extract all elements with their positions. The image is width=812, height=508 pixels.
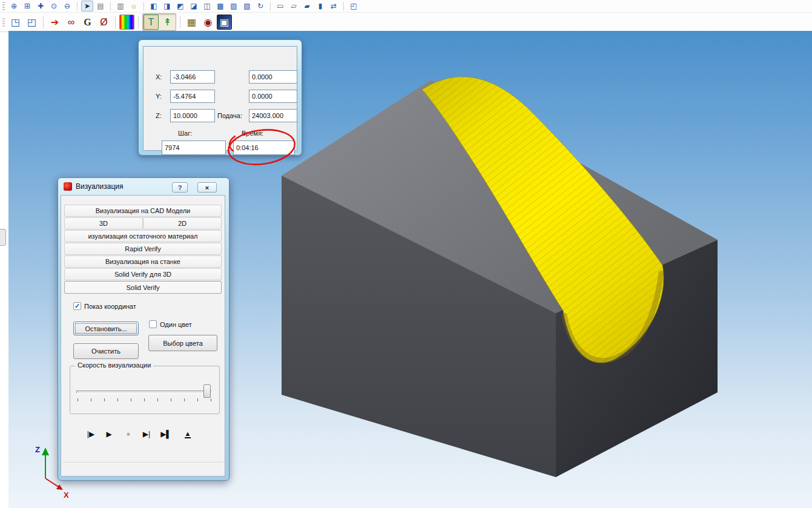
measure-icon[interactable]: ▤ (94, 1, 107, 12)
view-refresh-icon[interactable]: ⇄ (328, 1, 340, 12)
toolbar-grip[interactable] (2, 18, 5, 27)
y-value2-field[interactable]: 0.0000 (249, 90, 297, 103)
gcode-icon[interactable]: G (80, 15, 95, 30)
speed-slider-thumb[interactable] (203, 384, 211, 398)
show-coordinates-checkbox[interactable]: ✓ Показ координат (73, 302, 136, 310)
z-label: Z: (156, 112, 162, 119)
collision-check-icon[interactable]: ◉ (200, 15, 216, 30)
tab-2d[interactable]: 2D (143, 217, 222, 229)
speed-group-label: Скорость визуализации (75, 361, 153, 369)
speed-group: Скорость визуализации (70, 366, 220, 414)
view-dimetric-icon[interactable]: ▧ (241, 1, 253, 12)
app-window: ⊕ ⊞ ✚ ⊙ ⊖ ➤ ▤ ▥ ☼ ◧ ◨ ◩ ◪ ◫ ▩ ▨ ▧ ↻ ▭ ▱ … (0, 0, 812, 508)
feed-value-field[interactable]: 24003.000 (249, 109, 297, 122)
toolbar-separator (138, 16, 139, 28)
tab-3d[interactable]: 3D (64, 217, 143, 229)
render-solid-icon[interactable]: ▮ (314, 1, 326, 12)
color-spectrum-icon[interactable] (119, 15, 134, 30)
play-button[interactable]: ▶ (101, 427, 117, 441)
select-cursor-icon[interactable]: ➤ (81, 1, 93, 12)
view-isometric-icon[interactable]: ▨ (228, 1, 240, 12)
y-value-field[interactable]: -5.4764 (170, 90, 215, 103)
sim-snapshot-icon[interactable]: ▣ (217, 15, 232, 30)
clear-button[interactable]: Очистить (73, 343, 139, 359)
time-value-field[interactable]: 0:04:16 (233, 140, 295, 155)
view-bottom-icon[interactable]: ▩ (214, 1, 226, 12)
render-hidden-line-icon[interactable]: ▱ (288, 1, 300, 12)
stop-playback-button[interactable]: ■ (120, 427, 136, 441)
one-color-label: Один цвет (160, 321, 192, 328)
coordinate-panel[interactable]: X: -3.0466 0.0000 Y: -5.4764 0.0000 Z: 1… (138, 39, 302, 156)
x-value2-field[interactable]: 0.0000 (249, 70, 297, 84)
eject-icon: ▲ (185, 430, 191, 438)
speed-slider-track[interactable] (76, 391, 212, 394)
step-forward-button[interactable]: ▶▌ (158, 427, 174, 441)
dialog-icon (64, 182, 72, 191)
stop-button[interactable]: Остановить... (73, 322, 139, 335)
view-left-icon[interactable]: ◩ (174, 1, 186, 12)
tab-machine-visualization[interactable]: Визуализация на станке (64, 256, 222, 268)
left-edge-handle[interactable] (0, 229, 6, 246)
render-shaded-icon[interactable]: ▰ (301, 1, 313, 12)
z-axis-arrow (42, 447, 49, 455)
tab-solid-verify-3d[interactable]: Solid Verify для 3D (64, 268, 222, 280)
play-from-start-button[interactable]: |▶ (83, 427, 99, 441)
tab-solid-verify[interactable]: Solid Verify (64, 281, 222, 294)
checkbox-checkmark-icon[interactable]: ✓ (73, 302, 81, 310)
toolbar-separator (77, 2, 78, 11)
notes-icon[interactable]: ▥ (114, 1, 127, 12)
x-label: X: (156, 73, 162, 81)
step-label: Шаг: (178, 130, 192, 137)
zoom-dynamic-icon[interactable]: ⊙ (48, 1, 60, 12)
stock-model-icon[interactable]: ▦ (184, 15, 199, 30)
z-value-field[interactable]: 10.0000 (170, 109, 215, 122)
view-top-icon[interactable]: ◫ (201, 1, 213, 12)
x-axis-label: X (64, 490, 69, 500)
toolpath-visibility-icon[interactable]: ↟ (160, 15, 175, 30)
dialog-title: Визуализация (76, 182, 124, 191)
render-wireframe-icon[interactable]: ▭ (274, 1, 286, 12)
tool-visibility-icon[interactable]: T (144, 15, 159, 30)
feed-label: Подача: (217, 112, 242, 119)
zoom-window-icon[interactable]: ⊞ (21, 1, 33, 12)
viewport-3d[interactable]: Z X X: -3.0466 0.0000 Y: -5.4764 0.0000 … (8, 31, 812, 508)
toolbar-separator (144, 2, 144, 11)
help-button[interactable]: ? (172, 182, 188, 193)
eject-button[interactable]: ▲ (180, 427, 196, 441)
machine-view-icon[interactable]: ∞ (64, 15, 79, 30)
z-axis-label: Z (35, 445, 40, 454)
zoom-in-icon[interactable]: ⊕ (8, 1, 20, 12)
import-toolpath-icon[interactable]: ➔ (47, 15, 62, 30)
view-right-icon[interactable]: ◪ (188, 1, 200, 12)
viewport-layout-icon[interactable]: ◰ (348, 1, 360, 12)
one-color-checkbox[interactable]: Один цвет (149, 320, 192, 328)
tab-cad-model-visualization[interactable]: Визуализация на CAD Модели (64, 205, 222, 217)
x-axis-arrow (56, 484, 63, 490)
tab-rest-material-visualization[interactable]: изуализация остаточного материал (64, 230, 222, 242)
toolbar-separator (43, 16, 44, 28)
view-rotate-icon[interactable]: ↻ (254, 1, 266, 12)
visualization-dialog[interactable]: Визуализация ? × Визуализация на CAD Мод… (58, 177, 229, 481)
zoom-previous-icon[interactable]: ⊖ (61, 1, 73, 12)
tab-rapid-verify[interactable]: Rapid Verify (64, 243, 222, 255)
dialog-content: Визуализация на CAD Модели 3D 2D изуализ… (61, 195, 225, 477)
sim-window-secondary-icon[interactable]: ◰ (24, 15, 39, 30)
pan-icon[interactable]: ✚ (35, 1, 47, 12)
toolbar-grip[interactable] (2, 2, 5, 10)
view-back-icon[interactable]: ◨ (161, 1, 173, 12)
visibility-toggle-group: T ↟ (142, 13, 176, 31)
close-button[interactable]: × (197, 182, 217, 193)
choose-color-button[interactable]: Выбор цвета (148, 335, 217, 351)
sim-window-icon[interactable]: ◳ (8, 15, 23, 30)
step-value-field[interactable]: 7974 (162, 140, 226, 155)
light-icon[interactable]: ☼ (128, 1, 140, 12)
postprocess-icon[interactable]: Ø (96, 15, 111, 30)
x-value-field[interactable]: -3.0466 (170, 70, 215, 84)
view-front-icon[interactable]: ◧ (148, 1, 160, 12)
simulation-toolbar: ◳ ◰ ➔ ∞ G Ø T ↟ ▦ ◉ ▣ (0, 13, 812, 32)
checkbox-empty-icon[interactable] (149, 320, 157, 328)
play-to-end-button[interactable]: ▶| (139, 427, 154, 441)
time-label: Время: (242, 130, 263, 137)
speed-slider-ticks (78, 398, 212, 401)
view-toolbar: ⊕ ⊞ ✚ ⊙ ⊖ ➤ ▤ ▥ ☼ ◧ ◨ ◩ ◪ ◫ ▩ ▨ ▧ ↻ ▭ ▱ … (0, 0, 812, 13)
